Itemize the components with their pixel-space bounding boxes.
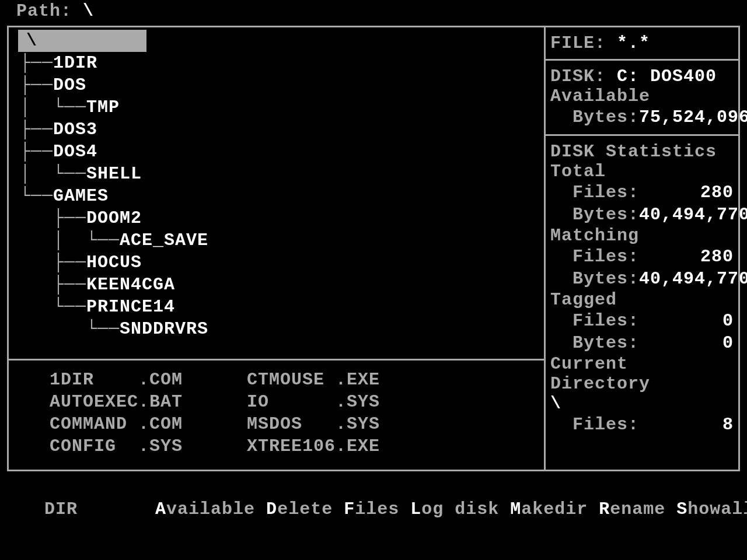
left-pane: \ ├──1DIR ├──DOS │ └──TMP ├──DOS3 ├──DOS… xyxy=(9,27,546,470)
command-bar: DIR Available Delete Files Log disk Make… xyxy=(0,471,747,560)
cmd-delete[interactable]: Delete xyxy=(266,499,344,519)
path-value: \ xyxy=(83,1,94,21)
file-item[interactable]: XTREE106.EXE xyxy=(247,435,380,457)
disk-section: DISK: C: DOS400 Available Bytes:75,524,0… xyxy=(546,61,738,136)
tree-item[interactable]: ├──DOS xyxy=(9,74,544,96)
file-filter-section: FILE: *.* xyxy=(546,27,738,61)
available-bytes: 75,524,096 xyxy=(639,106,747,128)
cmd-makedir[interactable]: Makedir xyxy=(510,499,599,519)
file-item[interactable]: CONFIG .SYS xyxy=(50,435,183,457)
dir-label: DIR xyxy=(44,499,78,519)
file-item[interactable]: MSDOS .SYS xyxy=(247,413,380,435)
info-pane: FILE: *.* DISK: C: DOS400 Available Byte… xyxy=(546,27,738,470)
cmd-rename[interactable]: Rename xyxy=(599,499,676,519)
tagged-bytes: 0 xyxy=(722,332,734,354)
curdir-path: \ xyxy=(550,394,734,414)
disk-label: DISK: xyxy=(550,66,606,86)
tree-item[interactable]: ├──1DIR xyxy=(9,52,544,74)
total-label: Total xyxy=(550,162,734,181)
tree-item[interactable]: │ └──SHELL xyxy=(9,163,544,185)
file-item[interactable]: 1DIR .COM xyxy=(50,369,183,391)
file-item[interactable]: IO .SYS xyxy=(247,391,380,413)
tree-item[interactable]: ├──DOOM2 xyxy=(9,207,544,229)
tree-item[interactable]: └──GAMES xyxy=(9,185,544,207)
file-label: FILE: xyxy=(550,33,606,53)
disk-value: C: DOS400 xyxy=(617,66,717,86)
available-bytes-label: Bytes: xyxy=(550,106,639,128)
tree-item[interactable]: └──PRINCE14 xyxy=(9,296,544,318)
matching-label: Matching xyxy=(550,226,734,246)
file-item[interactable]: AUTOEXEC.BAT xyxy=(50,391,183,413)
tree-item[interactable]: └──SNDDRVRS xyxy=(9,318,544,340)
cmd-available[interactable]: Available xyxy=(155,499,266,519)
cmd-showall[interactable]: Showall e xyxy=(676,499,747,519)
path-label: Path: xyxy=(16,1,72,21)
tree-item[interactable]: │ └──ACE_SAVE xyxy=(9,229,544,251)
tree-root-selected[interactable]: \ xyxy=(9,30,544,52)
total-files: 280 xyxy=(700,181,734,204)
curdir-files: 8 xyxy=(722,414,734,436)
cmd-files[interactable]: Files xyxy=(344,499,410,519)
tree-item[interactable]: ├──KEEN4CGA xyxy=(9,274,544,296)
directory-tree[interactable]: \ ├──1DIR ├──DOS │ └──TMP ├──DOS3 ├──DOS… xyxy=(9,27,544,359)
curdir-label: Current Directory xyxy=(550,354,734,394)
file-list: 1DIR .COM AUTOEXEC.BAT COMMAND .COM CONF… xyxy=(9,359,544,470)
tagged-files: 0 xyxy=(722,310,734,332)
matching-files: 280 xyxy=(700,246,734,268)
tagged-label: Tagged xyxy=(550,290,734,310)
disk-statistics-section: DISK Statistics Total Files:280 Bytes:40… xyxy=(546,136,738,470)
tree-item[interactable]: ├──DOS3 xyxy=(9,118,544,141)
tree-item[interactable]: ├──HOCUS xyxy=(9,251,544,274)
available-label: Available xyxy=(550,86,734,106)
cmd-log-disk[interactable]: Log disk xyxy=(410,499,510,519)
file-filter-value: *.* xyxy=(617,33,650,53)
tree-item[interactable]: ├──DOS4 xyxy=(9,141,544,163)
file-item[interactable]: CTMOUSE .EXE xyxy=(247,369,380,391)
total-bytes: 40,494,770 xyxy=(639,204,747,226)
path-row: Path: \ xyxy=(0,0,747,26)
main-frame: \ ├──1DIR ├──DOS │ └──TMP ├──DOS3 ├──DOS… xyxy=(7,26,740,471)
tree-item[interactable]: │ └──TMP xyxy=(9,96,544,118)
file-item[interactable]: COMMAND .COM xyxy=(50,413,183,435)
matching-bytes: 40,494,770 xyxy=(639,268,747,290)
stats-title: DISK Statistics xyxy=(550,142,734,162)
